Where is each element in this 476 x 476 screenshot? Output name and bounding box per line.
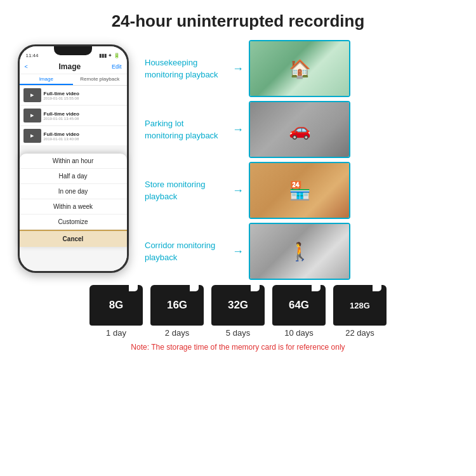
storage-days-32g: 5 days (226, 328, 250, 338)
sd-card-64g: 64G (272, 285, 326, 326)
storage-card-16g: 16G 2 days (150, 285, 204, 338)
parking-photo (250, 102, 349, 157)
sd-card-8g: 8G (89, 285, 143, 326)
popup-cancel-button[interactable]: Cancel (20, 230, 127, 247)
phone-back-button[interactable]: < (25, 63, 28, 70)
monitoring-image-3 (249, 162, 350, 219)
phone-tab-image[interactable]: Image (20, 74, 74, 85)
phone-edit-button[interactable]: Edit (112, 63, 122, 70)
video-info-2: Full-time video 2019-01-01 13:45:08 (44, 111, 123, 121)
monitoring-label-2: Parking lotmonitoring playback (145, 117, 227, 142)
storage-card-32g: 32G 5 days (211, 285, 265, 338)
monitoring-text-3: Store monitoringplayback (145, 180, 205, 201)
video-info-3: Full-time video 2019-01-01 13:40:08 (44, 131, 123, 141)
video-title-1: Full-time video (44, 91, 123, 96)
monitoring-label-1: Housekeepingmonitoring playback (145, 56, 227, 81)
list-item[interactable]: Full-time video 2019-01-01 13:40:08 (20, 126, 127, 145)
phone-tabs: Image Remote playback (20, 74, 127, 86)
monitoring-text-4: Corridor monitoringplayback (145, 241, 215, 262)
phone-screen-title: Image (59, 62, 81, 71)
popup-item-within-hour[interactable]: Within an hour (20, 154, 127, 169)
monitoring-image-1 (249, 40, 350, 97)
storage-section: 8G 1 day 16G 2 days 32G 5 days (0, 285, 476, 352)
monitoring-row-1: Housekeepingmonitoring playback → (145, 40, 470, 97)
monitoring-text-1: Housekeepingmonitoring playback (145, 58, 218, 79)
monitoring-text-2: Parking lotmonitoring playback (145, 119, 218, 140)
monitoring-image-2 (249, 101, 350, 158)
sd-card-16g: 16G (150, 285, 204, 326)
popup-item-half-day[interactable]: Half a day (20, 169, 127, 184)
sd-card-label-64g: 64G (289, 299, 309, 312)
storage-card-128g: 128G 22 days (333, 285, 387, 338)
sd-card-notch-16g (190, 285, 199, 291)
housekeeping-photo (250, 41, 349, 96)
sd-card-32g: 32G (211, 285, 265, 326)
monitoring-row-4: Corridor monitoringplayback → (145, 223, 470, 280)
monitoring-label-3: Store monitoringplayback (145, 178, 227, 202)
video-thumb-1 (23, 88, 41, 102)
video-title-2: Full-time video (44, 111, 123, 117)
popup-item-week[interactable]: Within a week (20, 199, 127, 215)
sd-card-notch-8g (129, 285, 138, 291)
monitoring-label-4: Corridor monitoringplayback (145, 239, 227, 263)
storage-card-64g: 64G 10 days (272, 285, 326, 338)
sd-card-label-16g: 16G (167, 299, 187, 312)
phone-area: 11:44 ▮▮▮ ✦ 🔋 < Image Edit Image Remote … (6, 37, 140, 280)
video-date-1: 2019-01-01 15:55:08 (44, 96, 123, 100)
phone-time: 11:44 (26, 53, 39, 58)
phone-screen: 11:44 ▮▮▮ ✦ 🔋 < Image Edit Image Remote … (20, 46, 127, 271)
phone-signal: ▮▮▮ ✦ 🔋 (99, 53, 120, 58)
sd-card-label-32g: 32G (228, 299, 248, 312)
storage-days-128g: 22 days (345, 328, 374, 338)
sd-card-128g: 128G (333, 285, 387, 326)
storage-days-64g: 10 days (284, 328, 314, 338)
video-date-3: 2019-01-01 13:40:08 (44, 137, 123, 141)
monitoring-row-3: Store monitoringplayback → (145, 162, 470, 219)
sd-card-notch-64g (312, 285, 321, 291)
store-photo (250, 163, 349, 218)
storage-card-8g: 8G 1 day (89, 285, 143, 338)
sd-card-label-8g: 8G (109, 299, 124, 312)
storage-note: Note: The storage time of the memory car… (131, 343, 345, 352)
connector-arrow-4: → (232, 245, 244, 258)
phone-tab-remote[interactable]: Remote playback (73, 74, 127, 85)
phone-notch (54, 46, 92, 55)
sd-card-notch-32g (251, 285, 260, 291)
video-thumb-2 (23, 109, 41, 122)
video-info-1: Full-time video 2019-01-01 15:55:08 (44, 91, 123, 100)
phone-mockup: 11:44 ▮▮▮ ✦ 🔋 < Image Edit Image Remote … (18, 44, 129, 273)
storage-days-16g: 2 days (165, 328, 189, 338)
storage-cards: 8G 1 day 16G 2 days 32G 5 days (89, 285, 387, 338)
phone-header: < Image Edit (20, 61, 127, 74)
right-area: Housekeepingmonitoring playback → Parkin… (145, 37, 470, 280)
monitoring-row-2: Parking lotmonitoring playback → (145, 101, 470, 158)
video-thumb-3 (23, 129, 41, 143)
monitoring-image-4 (249, 223, 350, 280)
video-date-2: 2019-01-01 13:45:08 (44, 117, 123, 121)
popup-item-one-day[interactable]: In one day (20, 184, 127, 199)
list-item[interactable]: Full-time video 2019-01-01 15:55:08 (20, 86, 127, 105)
list-item[interactable]: Full-time video 2019-01-01 13:45:08 (20, 106, 127, 125)
page-wrapper: 24-hour uninterrupted recording 11:44 ▮▮… (0, 0, 476, 476)
storage-days-8g: 1 day (106, 328, 126, 338)
video-title-3: Full-time video (44, 131, 123, 137)
connector-arrow-3: → (232, 184, 244, 197)
phone-popup: Within an hour Half a day In one day Wit… (20, 154, 127, 247)
main-content: 11:44 ▮▮▮ ✦ 🔋 < Image Edit Image Remote … (0, 37, 476, 280)
connector-arrow-2: → (232, 123, 244, 136)
corridor-photo (250, 224, 349, 279)
popup-item-customize[interactable]: Customize (20, 215, 127, 230)
sd-card-notch-128g (373, 285, 381, 291)
page-title: 24-hour uninterrupted recording (112, 11, 365, 31)
connector-arrow-1: → (232, 62, 244, 76)
sd-card-label-128g: 128G (350, 301, 370, 310)
